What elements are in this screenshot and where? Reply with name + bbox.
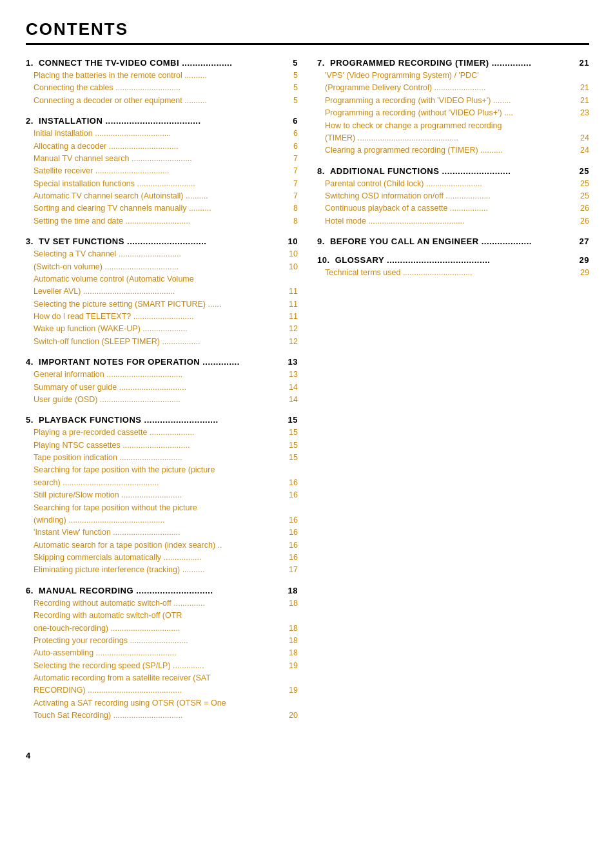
toc-item-label: Touch Sat Recording) ...................… <box>34 709 284 722</box>
toc-item-label: Protecting your recordings .............… <box>34 635 284 647</box>
toc-section: 4. IMPORTANT NOTES FOR OPERATION .......… <box>26 357 298 406</box>
section-title-text: GLOSSARY ...............................… <box>335 255 491 265</box>
toc-item-label: search) ................................… <box>34 477 284 489</box>
toc-item-label: Wake up function (WAKE-UP) .............… <box>34 323 284 335</box>
toc-item-page: 16 <box>284 489 298 501</box>
toc-item: 'Instant View' function ................… <box>26 526 298 539</box>
section-page-number: 15 <box>285 415 298 425</box>
toc-item: (winding) ..............................… <box>26 514 298 526</box>
toc-item: General information ....................… <box>26 369 298 381</box>
toc-item-label: How to check or change a programmed reco… <box>325 120 575 132</box>
section-number: 10. <box>317 255 333 265</box>
toc-item: Programming a recording (without 'VIDEO … <box>317 107 589 119</box>
toc-item-page: 10 <box>284 261 298 273</box>
section-title: 4. IMPORTANT NOTES FOR OPERATION .......… <box>26 357 285 367</box>
section-title-text: CONNECT THE TV-VIDEO COMBI .............… <box>39 58 232 68</box>
toc-item: Wake up function (WAKE-UP) .............… <box>26 323 298 335</box>
toc-item-page <box>284 697 298 709</box>
toc-item-page: 16 <box>284 552 298 564</box>
toc-item: Selecting a TV channel .................… <box>26 248 298 260</box>
toc-item-label: Automatic TV channel search (Autoinstall… <box>34 190 284 202</box>
toc-item: Leveller AVL) ..........................… <box>26 285 298 298</box>
toc-item-label: Manual TV channel search ...............… <box>34 153 284 165</box>
toc-item-label: Recording with automatic switch-off (OTR <box>34 610 284 622</box>
toc-section: 9. BEFORE YOU CALL AN ENGINEER .........… <box>317 236 589 246</box>
toc-item-page: 15 <box>284 439 298 452</box>
toc-item-label: Connecting a decoder or other equipment … <box>34 95 284 107</box>
toc-item-page: 8 <box>284 202 298 215</box>
toc-item: Setting the time and date ..............… <box>26 215 298 227</box>
toc-item-label: (winding) ..............................… <box>34 514 284 526</box>
toc-item: (Programme Delivery Control) ...........… <box>317 82 589 94</box>
toc-section: 2. INSTALLATION ........................… <box>26 116 298 227</box>
toc-item-label: Initial installation ...................… <box>34 128 284 140</box>
toc-item-label: Eliminating picture interference (tracki… <box>34 564 284 576</box>
toc-item-label: Allocating a decoder ...................… <box>34 140 284 153</box>
section-number: 6. <box>26 586 36 595</box>
toc-item-page <box>284 502 298 514</box>
toc-item-page: 6 <box>284 128 298 140</box>
section-title: 6. MANUAL RECORDING ....................… <box>26 586 285 595</box>
toc-item: one-touch-recording) ...................… <box>26 622 298 635</box>
section-header: 9. BEFORE YOU CALL AN ENGINEER .........… <box>317 236 589 246</box>
toc-item: Automatic TV channel search (Autoinstall… <box>26 190 298 202</box>
toc-item-page: 5 <box>284 82 298 94</box>
toc-item-page <box>575 120 589 132</box>
section-header: 3. TV SET FUNCTIONS ....................… <box>26 236 298 246</box>
toc-item-page <box>284 672 298 684</box>
section-header: 8. ADDITIONAL FUNCTIONS ................… <box>317 166 589 176</box>
toc-item: RECORDING) .............................… <box>26 684 298 697</box>
section-header: 4. IMPORTANT NOTES FOR OPERATION .......… <box>26 357 298 367</box>
toc-item-label: Placing the batteries in the remote cont… <box>34 70 284 82</box>
section-number: 4. <box>26 357 36 367</box>
toc-item-label: Parental control (Child lock) ..........… <box>325 178 575 190</box>
toc-item: Continuous playback of a cassette ......… <box>317 202 589 215</box>
toc-item-page: 16 <box>284 477 298 489</box>
section-header: 10. GLOSSARY ...........................… <box>317 255 589 265</box>
toc-item: Protecting your recordings .............… <box>26 635 298 647</box>
toc-item-label: Automatic search for a tape position (in… <box>34 539 284 552</box>
toc-item-label: one-touch-recording) ...................… <box>34 622 284 635</box>
toc-item-page: 21 <box>575 82 589 94</box>
toc-item-page: 16 <box>284 514 298 526</box>
toc-item-label: Recording without automatic switch-off .… <box>34 597 284 610</box>
section-page-number: 29 <box>576 255 589 265</box>
toc-item: Selecting the recording speed (SP/LP) ..… <box>26 660 298 672</box>
toc-item-label: Satellite receiver .....................… <box>34 165 284 177</box>
toc-item-label: Selecting a TV channel .................… <box>34 248 284 260</box>
toc-item: How to check or change a programmed reco… <box>317 120 589 132</box>
section-title: 10. GLOSSARY ...........................… <box>317 255 576 265</box>
toc-item-label: Clearing a programmed recording (TIMER) … <box>325 144 575 157</box>
toc-item-page: 26 <box>575 202 589 215</box>
section-page-number: 10 <box>285 236 298 246</box>
toc-item: How do I read TELETEXT? ................… <box>26 311 298 323</box>
toc-item: Searching for tape position with the pic… <box>26 464 298 476</box>
section-title-text: TV SET FUNCTIONS .......................… <box>39 236 206 246</box>
toc-section: 3. TV SET FUNCTIONS ....................… <box>26 236 298 348</box>
toc-section: 7. PROGRAMMED RECORDING (TIMER) ........… <box>317 58 589 157</box>
toc-item-page: 14 <box>284 394 298 406</box>
toc-item-label: Setting the time and date ..............… <box>34 215 284 227</box>
toc-item: Manual TV channel search ...............… <box>26 153 298 165</box>
toc-item-label: RECORDING) .............................… <box>34 684 284 697</box>
toc-item: Searching for tape position without the … <box>26 502 298 514</box>
toc-item: Eliminating picture interference (tracki… <box>26 564 298 576</box>
toc-item: Auto-assembling ........................… <box>26 647 298 659</box>
toc-item: User guide (OSD) .......................… <box>26 394 298 406</box>
toc-item-label: 'VPS' (Video Programming System) / 'PDC' <box>325 70 575 82</box>
toc-item: (Switch-on volume) .....................… <box>26 261 298 273</box>
toc-item-label: Still picture/Slow motion ..............… <box>34 489 284 501</box>
toc-item-page: 7 <box>284 153 298 165</box>
toc-item: Recording with automatic switch-off (OTR <box>26 610 298 622</box>
toc-item-label: Hotel mode .............................… <box>325 215 575 227</box>
toc-item-label: Summary of user guide ..................… <box>34 381 284 394</box>
toc-item: Touch Sat Recording) ...................… <box>26 709 298 722</box>
toc-item-page <box>284 273 298 285</box>
section-number: 7. <box>317 58 327 68</box>
toc-item-label: Playing NTSC cassettes .................… <box>34 439 284 452</box>
toc-item: Allocating a decoder ...................… <box>26 140 298 153</box>
toc-item-page: 23 <box>575 107 589 119</box>
toc-item: Automatic volume control (Automatic Volu… <box>26 273 298 285</box>
toc-item-label: Tape position indication ...............… <box>34 452 284 464</box>
toc-item: Technical terms used ...................… <box>317 267 589 279</box>
